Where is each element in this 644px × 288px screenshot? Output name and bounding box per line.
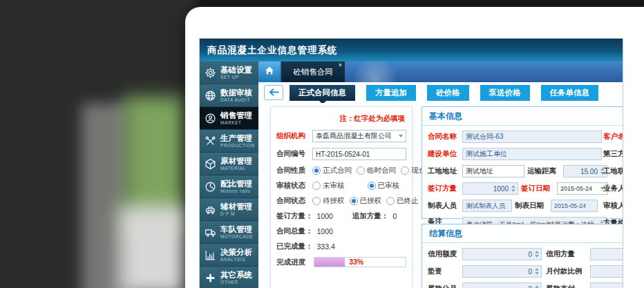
- radio-cash-contract[interactable]: [401, 166, 409, 175]
- monthly-pay-ratio-input[interactable]: [590, 265, 623, 278]
- signed-volume-field-value: 1000: [493, 185, 509, 193]
- sign-date-value: 2015-05-24: [560, 185, 592, 192]
- close-icon[interactable]: ×: [339, 62, 342, 68]
- signed-volume-label: 签订方量：: [276, 211, 313, 221]
- back-button[interactable]: [264, 85, 283, 100]
- spin-down-icon[interactable]: [535, 272, 539, 275]
- sidebar-item-data-audit[interactable]: 数据审核DATA AUDIT: [200, 84, 258, 107]
- audit-status-label: 审核状态: [276, 181, 312, 191]
- sidebar-sublabel: SET UP: [220, 75, 252, 79]
- contract-nature-label: 合同性质: [276, 166, 312, 175]
- basic-info-title: 基本信息: [422, 107, 623, 126]
- build-unit-label: 建设单位: [428, 149, 462, 159]
- spin-down-icon[interactable]: [535, 255, 539, 258]
- added-volume-label: 追加方量：: [352, 211, 389, 221]
- sidebar-item-dpm[interactable]: 辅材管理D P M: [200, 198, 258, 221]
- contract-name-input[interactable]: 测试合同-63: [462, 131, 602, 143]
- spin-down-icon[interactable]: [511, 189, 515, 192]
- sidebar-item-mixture-ratio[interactable]: 配比管理Mixture ratio: [200, 175, 258, 198]
- person-icon: [200, 113, 220, 124]
- org-value: 泰磊商品混凝土有限公司: [316, 131, 392, 141]
- total-volume-value: 1000: [317, 227, 333, 236]
- sidebar-item-material[interactable]: 原材管理MATERIAL: [200, 153, 258, 175]
- credit-limit-value: 0: [528, 251, 532, 258]
- sign-date-label: 签订日期: [521, 184, 554, 193]
- spin-up-icon[interactable]: [535, 268, 539, 271]
- sidebar-label: 数据审核: [220, 88, 252, 97]
- cube-icon: [200, 158, 220, 170]
- settlement-info-title: 结算信息: [422, 224, 623, 243]
- radio-audited[interactable]: [368, 182, 376, 190]
- volume-append-button[interactable]: 方量追加: [366, 85, 416, 101]
- site-address-input[interactable]: 测试地址: [462, 165, 524, 177]
- radio-not-audited[interactable]: [312, 182, 321, 190]
- credit-limit-stepper[interactable]: 0: [462, 248, 542, 260]
- final-pay-months-stepper[interactable]: 0: [462, 282, 542, 288]
- tab-date-value: 2015-05-24: [554, 202, 586, 209]
- tab-bar: 砼销售合同 ×: [258, 61, 623, 82]
- formal-contract-info-button[interactable]: 正式合同信息: [290, 85, 355, 101]
- progress-percent: 33%: [349, 258, 363, 267]
- app-window: 商品混凝土企业信息管理系统 基础设置SET UP 数据审核DATA AUDIT: [199, 38, 623, 288]
- home-button[interactable]: [258, 61, 280, 82]
- sidebar: 基础设置SET UP 数据审核DATA AUDIT 销售管理MARKET: [200, 61, 258, 288]
- distance-value: 15.00: [580, 168, 598, 175]
- globe-icon: [200, 90, 220, 102]
- third-party-label: 第三方单位: [603, 149, 623, 159]
- tabulator-input[interactable]: 测试制表人员: [462, 200, 512, 212]
- sidebar-item-other[interactable]: 其它系统OTHER: [200, 267, 258, 288]
- contract-no-input[interactable]: HT-2015-0524-01: [312, 148, 406, 160]
- spin-up-icon[interactable]: [535, 285, 539, 288]
- radio-formal-contract[interactable]: [312, 166, 321, 175]
- credit-limit-label: 信用额度: [428, 249, 462, 259]
- org-select[interactable]: 泰磊商品混凝土有限公司: [312, 130, 406, 142]
- radio-label: 未审核: [323, 181, 345, 191]
- sidebar-label: 其它系统: [220, 271, 252, 280]
- signed-volume-stepper[interactable]: 1000: [462, 182, 518, 195]
- spin-up-icon[interactable]: [535, 251, 539, 253]
- pump-price-button[interactable]: 泵送价格: [480, 85, 530, 101]
- sidebar-sublabel: PRODUCTION: [220, 143, 255, 148]
- sidebar-sublabel: ANALYSIS: [220, 257, 252, 262]
- tabulator-value: 测试制表人员: [466, 202, 505, 211]
- tab-date-input[interactable]: 2015-05-24: [551, 200, 598, 212]
- radio-temp-contract[interactable]: [357, 166, 365, 175]
- build-unit-input[interactable]: 测试施工单位: [462, 148, 602, 160]
- sidebar-item-setup[interactable]: 基础设置SET UP: [200, 61, 258, 84]
- site-contact-label: 工地联系人: [603, 166, 623, 176]
- radio-pending-auth[interactable]: [312, 197, 321, 205]
- advance-fund-stepper[interactable]: 0: [462, 265, 542, 278]
- final-payment-input[interactable]: [590, 282, 623, 288]
- background-photo-floor: [119, 206, 188, 288]
- sidebar-sublabel: MOTORCADE: [220, 234, 254, 239]
- sign-date-select[interactable]: 2015-05-24: [557, 182, 608, 195]
- spin-up-icon[interactable]: [511, 185, 515, 188]
- sidebar-item-market[interactable]: 销售管理MARKET: [200, 107, 258, 130]
- task-order-info-button[interactable]: 任务单信息: [541, 85, 599, 101]
- advance-fund-label: 垫资: [428, 267, 462, 276]
- content-area: 注：红字处为必填项 组织机构 泰磊商品混凝土有限公司 合同编号 HT-20: [258, 103, 623, 288]
- final-payment-label: 尾款支付: [546, 284, 587, 288]
- sidebar-item-production[interactable]: 生产管理PRODUCTION: [200, 130, 258, 153]
- arrow-left-icon: [269, 86, 279, 99]
- distance-stepper[interactable]: 15.00: [563, 165, 607, 177]
- tab-concrete-sales-contract[interactable]: 砼销售合同 ×: [281, 61, 345, 82]
- signed-volume-value: 1000: [317, 212, 333, 220]
- radio-authorized[interactable]: [350, 197, 358, 205]
- sidebar-sublabel: OTHER: [220, 280, 252, 285]
- sidebar-item-analysis[interactable]: 决策分析ANALYSIS: [200, 244, 258, 267]
- build-unit-value: 测试施工单位: [466, 149, 507, 159]
- settlement-info-panel: 结算信息 信用额度 0 信用方量: [422, 224, 623, 288]
- radio-label: 已授权: [360, 196, 382, 206]
- basic-info-panel: 基本信息 合同名称 测试合同-63 客户名称 建设单位 测试施工单位 第三方单位: [422, 106, 623, 219]
- radio-label: 待授权: [323, 196, 345, 206]
- contract-no-label: 合同编号: [276, 149, 312, 159]
- required-field-note: 注：红字处为必填项: [276, 114, 405, 124]
- sidebar-sublabel: DATA AUDIT: [220, 97, 252, 102]
- radio-terminated[interactable]: [386, 197, 395, 205]
- sidebar-item-motorcade[interactable]: 车队管理MOTORCADE: [200, 221, 258, 244]
- credit-volume-input[interactable]: [590, 248, 623, 260]
- concrete-price-button[interactable]: 砼价格: [427, 85, 469, 101]
- car-icon: [200, 204, 220, 215]
- chevron-down-icon: [399, 135, 403, 137]
